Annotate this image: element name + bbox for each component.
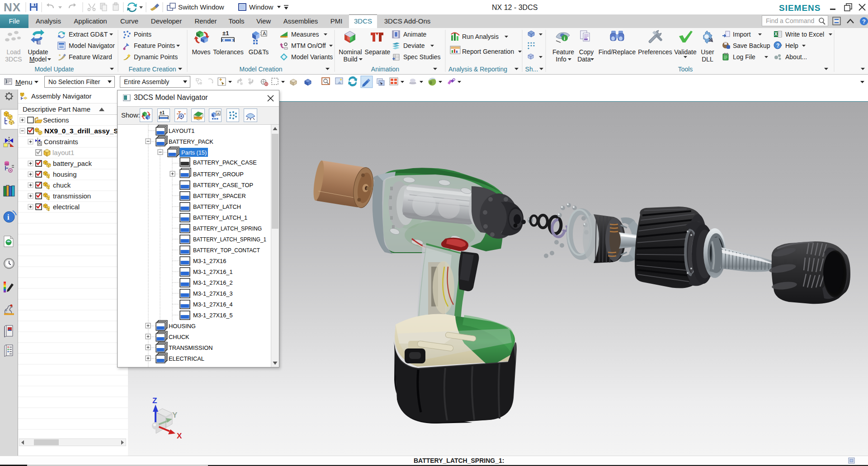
svg-text:Parts (15): Parts (15) [181, 149, 207, 156]
svg-text:Window: Window [249, 3, 274, 11]
svg-text:Update: Update [28, 48, 48, 56]
svg-text:Feature Wizard: Feature Wizard [69, 53, 112, 61]
svg-text:Feature Creation: Feature Creation [128, 66, 176, 73]
svg-text:Switch Window: Switch Window [178, 3, 224, 11]
svg-text:Points: Points [134, 31, 151, 38]
svg-text:M3-1_27X16_5: M3-1_27X16_5 [193, 312, 233, 319]
svg-text:MTM On/Off: MTM On/Off [291, 42, 326, 49]
svg-text:BATTERY_SPACER: BATTERY_SPACER [193, 193, 246, 199]
svg-text:M3-1_27X16_1: M3-1_27X16_1 [193, 268, 233, 275]
svg-text:M3-1_27X16_3: M3-1_27X16_3 [193, 290, 233, 297]
svg-text:Moves: Moves [192, 48, 210, 56]
svg-text:DLL: DLL [702, 56, 713, 63]
svg-text:Analysis & Reporting: Analysis & Reporting [448, 66, 507, 73]
svg-text:M3-1_27X16_4: M3-1_27X16_4 [193, 301, 233, 308]
svg-text:transmission: transmission [53, 192, 91, 200]
svg-text:Report Generation: Report Generation [462, 48, 514, 55]
svg-text:BATTERY_LATCH_SPRING: BATTERY_LATCH_SPRING [193, 225, 262, 232]
svg-text:BATTERY_TOP_CONTACT: BATTERY_TOP_CONTACT [193, 247, 260, 254]
svg-text:Tools: Tools [678, 66, 693, 73]
svg-text:X: X [177, 432, 182, 440]
svg-text:Constraints: Constraints [44, 138, 78, 146]
svg-text:Deviate: Deviate [403, 42, 425, 49]
svg-text:M3-1_27X16_2: M3-1_27X16_2 [193, 279, 233, 286]
svg-text:TRANSMISSION: TRANSMISSION [169, 344, 212, 351]
svg-text:Model Variants: Model Variants [291, 53, 333, 61]
svg-text:Spec Studies: Spec Studies [403, 53, 441, 61]
svg-text:?: ? [862, 18, 866, 25]
svg-text:Log File: Log File [733, 53, 755, 61]
svg-text:Sections: Sections [43, 116, 69, 124]
svg-text:Feature: Feature [552, 48, 574, 56]
svg-text:User: User [701, 48, 714, 56]
svg-text:Nominal: Nominal [339, 48, 362, 56]
svg-text:Write to Excel: Write to Excel [785, 31, 824, 38]
svg-text:BATTERY_LATCH_1: BATTERY_LATCH_1 [193, 214, 247, 221]
svg-text:?: ? [776, 42, 779, 49]
svg-text:Feature Points: Feature Points [134, 42, 175, 49]
svg-text:NX9_0_3_drill_assy_Syst: NX9_0_3_drill_assy_Syst [44, 127, 128, 135]
svg-text:Build: Build [343, 56, 357, 63]
svg-text:BATTERY_LATCH: BATTERY_LATCH [193, 203, 241, 210]
svg-text:Animation: Animation [371, 66, 399, 73]
svg-text:Help: Help [785, 42, 798, 49]
svg-text:HOUSING: HOUSING [169, 323, 196, 329]
svg-text:BATTERY_PACK: BATTERY_PACK [169, 138, 213, 145]
svg-text:Save Backup: Save Backup [733, 42, 770, 49]
svg-text:3DCS: 3DCS [5, 56, 22, 63]
svg-text:Preferences: Preferences [638, 48, 672, 56]
svg-text:Dynamic Points: Dynamic Points [134, 53, 178, 61]
svg-text:i: i [564, 36, 565, 41]
svg-text:Model: Model [29, 56, 47, 63]
svg-text:A: A [217, 112, 220, 116]
svg-text:Animate: Animate [403, 31, 427, 38]
svg-text:electrical: electrical [53, 203, 80, 211]
svg-text:About...: About... [785, 53, 807, 61]
svg-text:GD&Ts: GD&Ts [249, 48, 269, 56]
svg-text:Model Creation: Model Creation [240, 66, 283, 73]
svg-text:BATTERY_LATCH_SPRING_1: BATTERY_LATCH_SPRING_1 [193, 236, 266, 243]
svg-text:chuck: chuck [53, 181, 71, 189]
svg-text:SIEMENS: SIEMENS [779, 3, 821, 13]
svg-text:Sh...: Sh... [525, 66, 538, 73]
svg-text:Extract GD&T: Extract GD&T [69, 31, 108, 38]
svg-text:M3-1_27X16: M3-1_27X16 [193, 258, 226, 264]
svg-text:Tolerances: Tolerances [213, 48, 244, 56]
svg-text:BATTERY_PACK_CASE: BATTERY_PACK_CASE [193, 159, 257, 166]
svg-text:layout1: layout1 [52, 149, 74, 156]
svg-text:Run Analysis: Run Analysis [462, 33, 499, 40]
svg-text:BATTERY_CASE_TOP: BATTERY_CASE_TOP [193, 182, 253, 188]
svg-text:Load: Load [6, 48, 20, 56]
svg-text:NX: NX [4, 0, 21, 14]
svg-text:Model Update: Model Update [34, 66, 74, 73]
svg-text:±1: ±1 [222, 30, 229, 37]
svg-text:battery_pack: battery_pack [53, 160, 92, 167]
svg-text:Y: Y [172, 411, 178, 419]
svg-text:Separate: Separate [365, 48, 391, 56]
svg-text:Info: Info [556, 56, 566, 63]
svg-text:±1: ±1 [160, 110, 165, 115]
svg-text:BATTERY_GROUP: BATTERY_GROUP [193, 171, 244, 178]
svg-text:housing: housing [53, 170, 77, 178]
svg-text:Menu: Menu [15, 78, 33, 86]
svg-text:A: A [263, 31, 266, 36]
svg-text:Find/Replace: Find/Replace [599, 48, 636, 56]
svg-text:CHUCK: CHUCK [169, 334, 189, 340]
svg-text:ELECTRICAL: ELECTRICAL [169, 355, 204, 362]
svg-text:X: X [774, 32, 778, 37]
svg-text:LAYOUT1: LAYOUT1 [169, 127, 194, 134]
svg-text:NX 12 - 3DCS: NX 12 - 3DCS [492, 4, 538, 11]
svg-text:Z: Z [152, 396, 157, 405]
svg-text:Validate: Validate [674, 48, 697, 56]
svg-text:i: i [7, 213, 9, 221]
svg-text:Measures: Measures [291, 31, 319, 38]
svg-text:Data: Data [577, 56, 591, 63]
svg-text:Copy: Copy [579, 48, 594, 56]
svg-text:Model Navigator: Model Navigator [69, 42, 115, 49]
svg-text:Import: Import [733, 31, 751, 38]
